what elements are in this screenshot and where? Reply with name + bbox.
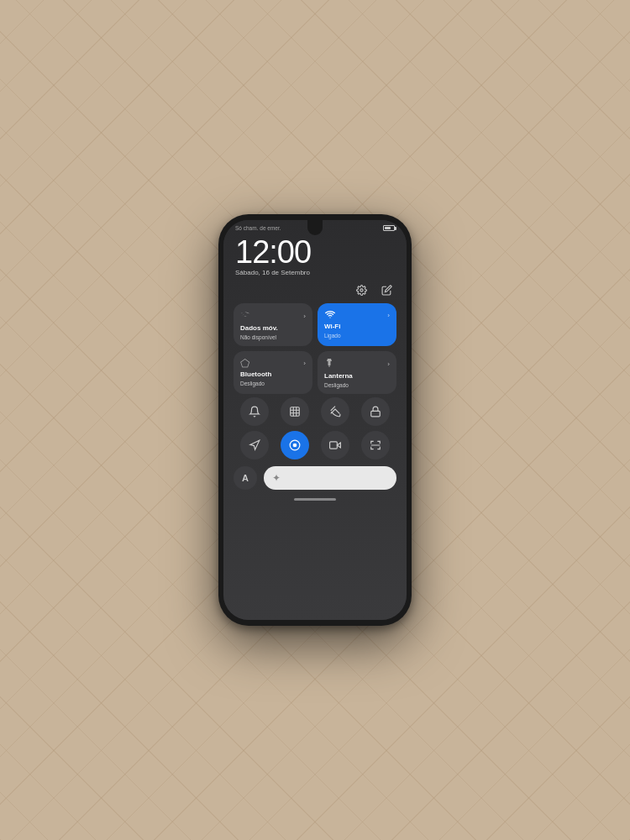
video-button[interactable] xyxy=(321,431,349,459)
screen: Só cham. de emer. 12:00 Sábado, 16 de Se… xyxy=(223,220,407,620)
home-indicator[interactable] xyxy=(223,493,407,504)
bluetooth-label: Bluetooth xyxy=(240,371,306,379)
svg-marker-6 xyxy=(250,440,260,449)
svg-point-8 xyxy=(293,444,297,447)
screenshot-button[interactable] xyxy=(281,397,309,426)
wifi-label: Wi-Fi xyxy=(324,323,390,331)
phone-inner: Só cham. de emer. 12:00 Sábado, 16 de Se… xyxy=(223,220,407,620)
svg-point-0 xyxy=(360,288,362,291)
tile-wifi-icon-row: › xyxy=(324,309,390,322)
svg-rect-10 xyxy=(330,442,338,449)
lock-button[interactable] xyxy=(361,397,390,426)
bluetooth-sublabel: Desligado xyxy=(240,381,306,386)
tile-lanterna[interactable]: › Lanterna Desligado xyxy=(318,351,396,394)
bell-button[interactable] xyxy=(240,397,269,426)
svg-rect-4 xyxy=(291,407,300,416)
tile-lanterna-icon-row: › xyxy=(324,357,390,371)
bluetooth-arrow: › xyxy=(303,360,306,367)
tiles-row-1: › Dados móv. Não disponível xyxy=(234,303,396,346)
clock-date: Sábado, 16 de Setembro xyxy=(235,269,395,276)
brightness-sun-icon: ✦ xyxy=(272,472,281,484)
phone-outer: Só cham. de emer. 12:00 Sábado, 16 de Se… xyxy=(218,214,412,626)
wifi-icon xyxy=(324,309,336,322)
airplane-button[interactable] xyxy=(321,397,349,426)
tiles-row-2: ⬠ › Bluetooth Desligado xyxy=(234,351,396,394)
lanterna-sublabel: Desligado xyxy=(324,382,390,388)
svg-rect-2 xyxy=(328,361,331,365)
brightness-row: A ✦ xyxy=(223,463,407,493)
lanterna-arrow: › xyxy=(387,360,390,368)
brightness-slider[interactable]: ✦ xyxy=(264,466,396,490)
home-bar xyxy=(294,498,336,501)
status-emergency-text: Só cham. de emer. xyxy=(235,225,281,231)
location-button[interactable] xyxy=(240,431,269,459)
lanterna-label: Lanterna xyxy=(324,373,390,381)
dados-moveis-arrow: › xyxy=(303,312,306,320)
battery-icon xyxy=(383,225,395,231)
qs-top-row xyxy=(223,281,407,298)
svg-marker-9 xyxy=(337,443,340,448)
gear-icon[interactable] xyxy=(353,281,370,298)
lanterna-icon xyxy=(324,357,334,371)
dados-moveis-sublabel: Não disponível xyxy=(240,334,306,340)
wifi-arrow: › xyxy=(387,312,390,319)
auto-brightness-button[interactable]: A xyxy=(234,466,257,490)
tile-dados-moveis[interactable]: › Dados móv. Não disponível xyxy=(234,303,312,346)
scan-button[interactable] xyxy=(361,431,390,459)
status-right-icons xyxy=(383,225,395,231)
clock-area: 12:00 Sábado, 16 de Setembro xyxy=(223,233,407,281)
icon-buttons-section xyxy=(223,394,407,463)
tile-bluetooth-icon-row: ⬠ › xyxy=(240,357,306,370)
focus-button[interactable] xyxy=(281,431,309,459)
auto-brightness-label: A xyxy=(242,473,249,483)
tile-wifi[interactable]: › Wi-Fi Ligado xyxy=(318,303,396,346)
tiles-section: › Dados móv. Não disponível xyxy=(223,303,407,394)
icon-row-2 xyxy=(234,431,396,459)
camera-notch xyxy=(307,220,323,235)
tile-bluetooth[interactable]: ⬠ › Bluetooth Desligado xyxy=(234,351,312,394)
dados-moveis-label: Dados móv. xyxy=(240,325,306,333)
clock-time: 12:00 xyxy=(235,236,395,268)
bluetooth-icon: ⬠ xyxy=(240,357,249,370)
edit-icon[interactable] xyxy=(378,281,395,298)
tile-dados-icon-row: › xyxy=(240,309,306,323)
icon-row-1 xyxy=(234,397,396,426)
svg-rect-5 xyxy=(371,411,381,416)
dados-moveis-icon xyxy=(240,309,250,323)
wifi-sublabel: Ligado xyxy=(324,333,390,339)
